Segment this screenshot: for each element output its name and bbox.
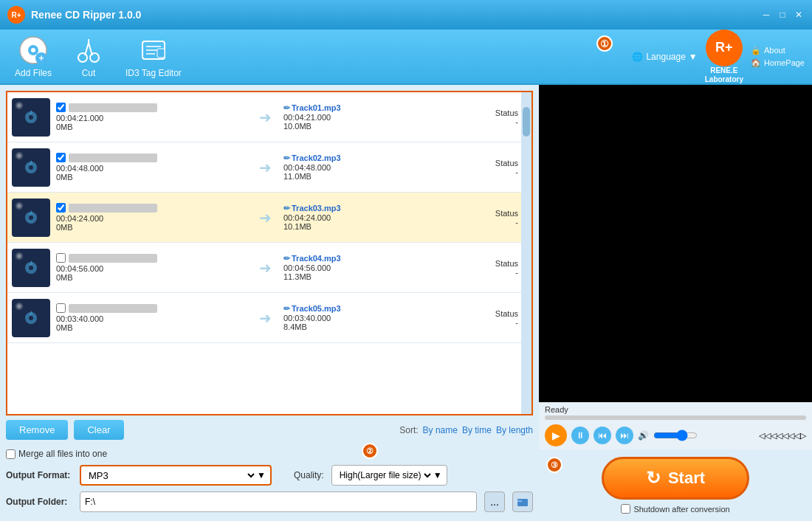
play-button[interactable]: ▶ (545, 424, 567, 446)
arrow-icon-5: ➜ (259, 309, 272, 327)
close-button[interactable]: ✕ (793, 9, 805, 21)
prev-button[interactable]: ⏮ (593, 427, 611, 444)
track-out-size-2: 11.0MB (283, 172, 474, 181)
nav-add-files-label: Add Files (15, 68, 52, 78)
track-out-size-5: 8.4MB (283, 322, 474, 331)
track-duration-in-4: 00:04:56.000 (56, 264, 247, 273)
home-icon: 🏠 (751, 58, 761, 68)
format-row: Output Format: MP3 WAV FLAC AAC OGG ▼ Qu… (6, 462, 533, 489)
track-info-left-4: 00:04:56.000 0MB (56, 253, 247, 282)
nav-cut[interactable]: Cut (74, 35, 103, 78)
nav-id3-label: ID3 Tag Editor (125, 68, 182, 78)
shutdown-checkbox[interactable] (621, 504, 630, 514)
track-arrow-2: ➜ (247, 159, 283, 176)
track-output-name-1[interactable]: ✏Track01.mp3 (283, 103, 474, 113)
nav-add-files[interactable]: + Add Files (15, 35, 52, 78)
track-status-header-3: Status (474, 209, 518, 218)
track-output-name-3[interactable]: ✏Track03.mp3 (283, 204, 474, 213)
track-status-header-1: Status (474, 108, 518, 117)
output-folder-label: Output Folder: (6, 497, 72, 507)
track-output-name-5[interactable]: ✏Track05.mp3 (283, 304, 474, 314)
player-progress-bar[interactable] (545, 415, 806, 420)
clear-button[interactable]: Clear (74, 420, 123, 440)
track-checkbox-4[interactable] (56, 253, 66, 263)
pause-button[interactable]: ⏸ (571, 427, 589, 444)
track-status-col-3: Status - (474, 209, 518, 227)
svg-text:♪: ♪ (30, 208, 33, 216)
track-status-value-2: - (474, 168, 518, 176)
track-status-header-2: Status (474, 159, 518, 168)
scrollbar-thumb[interactable] (523, 107, 530, 137)
track-title-blur-4 (69, 254, 157, 263)
folder-row: Output Folder: ... (6, 489, 533, 515)
id3-tag-icon (139, 35, 168, 65)
track-duration-in-1: 00:04:21.000 (56, 114, 247, 123)
track-out-size-3: 10.1MB (283, 222, 474, 231)
output-folder-input[interactable] (80, 491, 477, 512)
svg-point-2 (31, 48, 35, 52)
merge-checkbox-label[interactable]: Merge all files into one (6, 449, 107, 459)
track-row-2[interactable]: ♪ 00:04:48.000 0MB ➜ ✏Track02.mp3 00:04:… (7, 142, 531, 193)
track-title-blur-1 (69, 103, 157, 112)
about-link[interactable]: 🔒 About (751, 46, 805, 55)
step1-badge: ① (596, 35, 613, 52)
quality-label: Quality: (294, 470, 324, 480)
sort-by-name[interactable]: By name (423, 425, 458, 435)
arrow-icon-3: ➜ (259, 209, 272, 227)
remove-button[interactable]: Remove (6, 420, 68, 440)
track-title-blur-3 (69, 204, 157, 213)
track-out-size-4: 11.3MB (283, 272, 474, 281)
main-content: ♪ 00:04:21.000 0MB ➜ ✏Track01.mp3 00:04:… (0, 85, 812, 521)
track-status-header-5: Status (474, 309, 518, 318)
merge-checkbox[interactable] (6, 449, 16, 459)
homepage-link[interactable]: 🏠 HomePage (751, 58, 805, 68)
track-thumb-2: ♪ (12, 148, 50, 187)
quality-select[interactable]: High(Larger file size) Medium Low (337, 469, 433, 481)
lock-icon: 🔒 (751, 46, 761, 55)
language-button[interactable]: 🌐 Language ▼ (632, 52, 697, 62)
next-button[interactable]: ⏭ (616, 427, 633, 444)
step2-badge: ② (362, 443, 378, 459)
minimize-button[interactable]: ─ (760, 9, 772, 21)
track-arrow-4: ➜ (247, 259, 283, 277)
track-output-name-4[interactable]: ✏Track04.mp3 (283, 254, 474, 263)
track-duration-in-3: 00:04:24.000 (56, 214, 247, 223)
track-row-1[interactable]: ♪ 00:04:21.000 0MB ➜ ✏Track01.mp3 00:04:… (7, 92, 531, 142)
arrow-icon-2: ➜ (259, 159, 272, 176)
track-checkbox-3[interactable] (56, 203, 66, 213)
track-status-col-4: Status - (474, 259, 518, 277)
player-ready-text: Ready (545, 405, 806, 414)
track-list-scrollbar[interactable] (521, 92, 531, 414)
sort-by-time[interactable]: By time (462, 425, 492, 435)
track-row-3[interactable]: ♪ 00:04:24.000 0MB ➜ ✏Track03.mp3 00:04:… (7, 193, 531, 243)
titlebar: R+ Renee CD Ripper 1.0.0 ─ □ ✕ (0, 0, 812, 30)
volume-slider[interactable] (653, 429, 698, 441)
track-status-value-4: - (474, 268, 518, 277)
output-format-selector[interactable]: MP3 WAV FLAC AAC OGG ▼ (80, 465, 272, 486)
track-checkbox-5[interactable] (56, 303, 66, 313)
nav-id3-tag[interactable]: ID3 Tag Editor (125, 35, 182, 78)
quality-selector[interactable]: High(Larger file size) Medium Low ▼ (331, 465, 447, 486)
svg-text:+: + (39, 53, 44, 63)
video-preview (539, 85, 812, 402)
track-checkbox-2[interactable] (56, 153, 66, 162)
shutdown-label: Shutdown after conversion (633, 505, 729, 514)
track-checkbox-1[interactable] (56, 103, 66, 112)
track-info-left-5: 00:03:40.000 0MB (56, 303, 247, 332)
folder-browse-button[interactable]: ... (484, 491, 505, 512)
track-output-name-2[interactable]: ✏Track02.mp3 (283, 153, 474, 163)
svg-text:♪: ♪ (30, 308, 33, 317)
edit-icon-1: ✏ (283, 103, 290, 112)
sort-by-length[interactable]: By length (496, 425, 533, 435)
maximize-button[interactable]: □ (777, 9, 788, 21)
output-format-select[interactable]: MP3 WAV FLAC AAC OGG (86, 469, 257, 482)
track-out-duration-5: 00:03:40.000 (283, 314, 474, 322)
track-row-4[interactable]: ♪ 00:04:56.000 0MB ➜ ✏Track04.mp3 00:04:… (7, 243, 531, 293)
add-files-icon: + (18, 35, 48, 65)
button-row: Remove Clear Sort: By name By time By le… (6, 415, 533, 444)
folder-open-button[interactable] (512, 491, 533, 512)
track-row-5[interactable]: ♪ 00:03:40.000 0MB ➜ ✏Track05.mp3 00:03:… (7, 293, 531, 343)
start-button[interactable]: ↻ Start (602, 457, 749, 500)
track-title-blur-2 (69, 153, 157, 162)
track-list[interactable]: ♪ 00:04:21.000 0MB ➜ ✏Track01.mp3 00:04:… (6, 91, 533, 415)
